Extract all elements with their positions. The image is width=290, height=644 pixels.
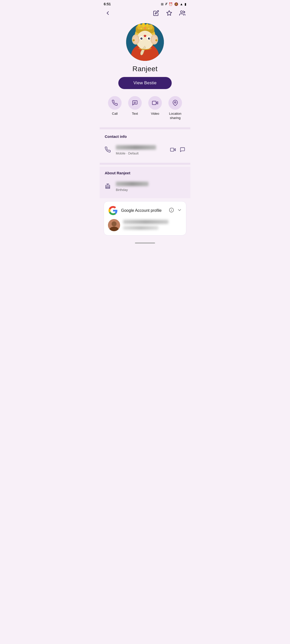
scroll-indicator-container: [100, 238, 190, 250]
google-account-left: Google Account profile: [108, 206, 162, 216]
google-account-header: Google Account profile: [108, 206, 182, 216]
top-bar: [100, 7, 190, 20]
location-button[interactable]: Location sharing: [165, 96, 185, 120]
svg-rect-36: [170, 148, 174, 151]
svg-point-20: [144, 35, 146, 37]
birthday-icon: [105, 183, 111, 190]
google-account-name: [123, 220, 182, 230]
svg-marker-35: [174, 148, 175, 151]
phone-actions: [170, 147, 185, 153]
avatar: [126, 23, 164, 61]
edit-icon: [153, 10, 159, 16]
text-label: Text: [132, 112, 138, 116]
star-button[interactable]: [165, 9, 173, 17]
call-label: Call: [112, 112, 118, 116]
phone-icon: [105, 147, 111, 154]
svg-rect-11: [146, 24, 148, 27]
video-label: Video: [151, 112, 159, 116]
birthday-label: Birthday: [116, 188, 149, 192]
video-call-icon[interactable]: [170, 147, 176, 153]
action-buttons: Call Text Video: [104, 96, 186, 120]
battery-icon: ▮: [185, 2, 186, 6]
birthday-details: Birthday: [116, 182, 149, 192]
svg-marker-0: [167, 11, 172, 15]
message-icon[interactable]: [180, 147, 185, 153]
alarm-icon: ⏰: [169, 2, 173, 6]
star-icon: [166, 10, 172, 16]
contact-name: Ranjeet: [132, 65, 158, 73]
google-logo: [108, 206, 118, 216]
text-icon-circle: [128, 96, 142, 110]
call-icon: [112, 100, 118, 106]
svg-rect-9: [138, 24, 140, 27]
svg-point-34: [174, 102, 176, 103]
profile-section: Ranjeet View Bestie Call Text: [100, 20, 190, 126]
google-account-title: Google Account profile: [121, 208, 162, 213]
contact-info-title: Contact info: [105, 134, 185, 139]
google-profile-row: [108, 219, 182, 231]
back-button[interactable]: [104, 9, 112, 17]
svg-marker-32: [156, 102, 158, 104]
video-button[interactable]: Video: [145, 96, 165, 120]
birthday-row: Birthday: [105, 179, 185, 194]
svg-point-45: [112, 221, 117, 226]
chevron-down-icon[interactable]: [177, 208, 182, 214]
about-section: About Ranjeet Birthday: [100, 167, 190, 198]
info-icon[interactable]: [169, 208, 174, 214]
status-time: 6:51: [104, 2, 111, 6]
contact-options-icon: [179, 10, 185, 16]
call-icon-circle: [108, 96, 122, 110]
section-divider-2: [100, 163, 190, 165]
location-icon-circle: [168, 96, 182, 110]
status-bar: 6:51 ⊞ 𝐅 ⏰ 🔕 ▲ ▮: [100, 0, 190, 7]
about-title: About Ranjeet: [105, 171, 185, 175]
svg-point-26: [155, 39, 157, 41]
font-icon: 𝐅: [165, 2, 167, 6]
svg-point-25: [133, 39, 135, 41]
status-icons: ⊞ 𝐅 ⏰ 🔕 ▲ ▮: [161, 2, 186, 6]
edit-button[interactable]: [152, 9, 160, 17]
location-label: Location sharing: [165, 112, 185, 120]
contact-info-section: Contact info Mobile · Default: [100, 130, 190, 162]
phone-details: Mobile · Default: [116, 145, 170, 155]
svg-rect-33: [152, 101, 156, 105]
scroll-indicator: [135, 243, 155, 244]
mute-icon: 🔕: [174, 2, 178, 6]
top-bar-actions: [152, 9, 186, 17]
google-account-section: Google Account profile: [104, 201, 186, 235]
terminal-icon: ⊞: [161, 2, 164, 6]
section-divider-1: [100, 127, 190, 129]
wifi-icon: ▲: [180, 2, 183, 6]
video-icon-circle: [148, 96, 162, 110]
contact-options-button[interactable]: [178, 9, 186, 17]
google-account-actions: [169, 208, 182, 214]
svg-point-19: [149, 38, 150, 39]
view-bestie-button[interactable]: View Bestie: [118, 77, 172, 89]
avatar-image: [126, 23, 164, 61]
svg-rect-12: [150, 24, 152, 27]
video-icon: [152, 100, 158, 106]
svg-point-29: [148, 28, 150, 29]
phone-number: [116, 145, 170, 151]
svg-rect-10: [142, 23, 145, 27]
call-button[interactable]: Call: [105, 96, 125, 120]
svg-point-1: [180, 11, 183, 13]
phone-row: Mobile · Default: [105, 143, 185, 158]
phone-type: Mobile · Default: [116, 151, 170, 155]
location-icon: [172, 100, 178, 106]
birthday-date: [116, 182, 149, 187]
google-avatar: [108, 219, 120, 231]
text-button[interactable]: Text: [125, 96, 145, 120]
svg-point-27: [140, 28, 142, 29]
text-icon: [132, 100, 138, 106]
svg-point-18: [141, 38, 142, 39]
back-icon: [105, 10, 111, 16]
svg-point-28: [144, 27, 146, 29]
